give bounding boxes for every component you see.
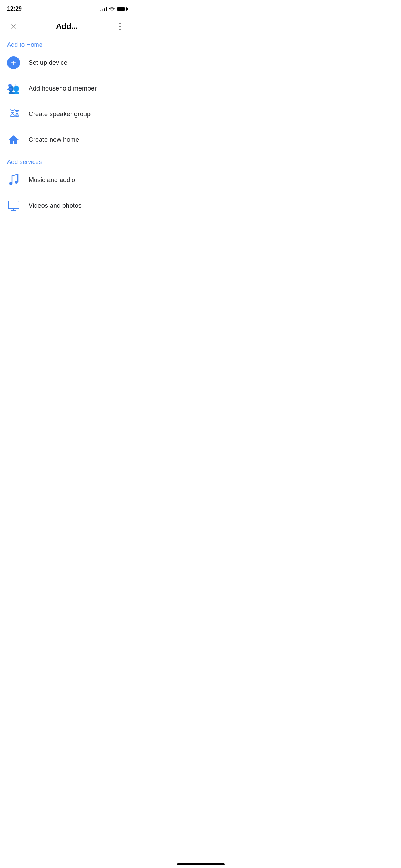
status-time: 12:29 [7,6,22,12]
add-to-home-label: Add to Home [0,38,134,50]
setup-device-item[interactable]: + Set up device [0,50,134,76]
add-household-item[interactable]: 👥 + Add household member [0,76,134,101]
close-button[interactable] [7,20,20,33]
add-household-label: Add household member [29,85,97,92]
section-divider [0,154,134,154]
videos-photos-label: Videos and photos [29,202,82,210]
status-bar: 12:29 [0,0,134,16]
header: Add... [0,16,134,38]
add-services-section: Add services Music and audio Videos and … [0,156,134,218]
new-home-item[interactable]: Create new home [0,127,134,153]
add-services-label: Add services [0,156,134,167]
videos-photos-item[interactable]: Videos and photos [0,193,134,218]
more-icon [119,23,121,30]
battery-icon [117,7,127,11]
page-title: Add... [56,22,78,31]
music-audio-label: Music and audio [29,176,75,184]
speaker-icon [7,108,20,120]
svg-rect-10 [16,111,18,112]
close-icon [10,23,17,30]
status-icons [100,6,127,11]
svg-point-5 [12,113,13,114]
setup-device-label: Set up device [29,59,67,67]
music-audio-item[interactable]: Music and audio [0,167,134,193]
more-options-button[interactable] [114,20,127,33]
home-icon [7,133,20,146]
speaker-group-label: Create speaker group [29,110,91,118]
wifi-icon [109,6,115,11]
speaker-group-item[interactable]: Create speaker group [0,101,134,127]
signal-icon [100,6,107,11]
svg-text:+: + [14,83,17,89]
add-person-icon: 👥 + [7,82,20,95]
add-to-home-section: Add to Home + Set up device 👥 + Add hous… [0,38,134,153]
new-home-label: Create new home [29,136,79,144]
svg-point-9 [17,114,17,115]
music-icon [7,174,20,186]
svg-rect-6 [11,110,14,111]
setup-device-icon: + [7,56,20,69]
monitor-icon [7,199,20,212]
svg-point-1 [8,84,12,87]
svg-rect-11 [8,201,19,209]
